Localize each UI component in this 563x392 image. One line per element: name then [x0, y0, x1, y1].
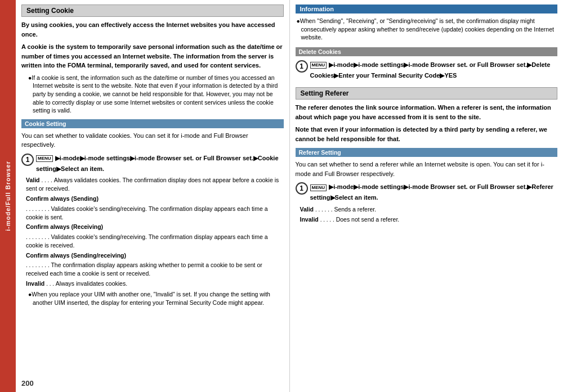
def-confirm-receiving: Confirm always (Receiving): [26, 223, 284, 231]
referer-def-invalid: Invalid . . . . . Does not send a refere…: [300, 215, 558, 224]
intro-bold-1: By using cookies, you can effectively ac…: [21, 20, 284, 39]
referer-intro-2: Note that even if your information is de…: [296, 125, 558, 143]
referer-def-valid: Valid . . . . . . Sends a referer.: [300, 205, 558, 214]
referer-step-1: 1 MENU ▶i-mode▶i-mode settings▶i-mode Br…: [296, 182, 558, 202]
step-1-content: MENU ▶i-mode▶i-mode settings▶i-mode Brow…: [36, 153, 284, 174]
referer-setting-subheader: Referer Setting: [296, 148, 558, 157]
step-1-text: ▶i-mode▶i-mode settings▶i-mode Browser s…: [36, 155, 279, 172]
delete-step-content: MENU ▶i-mode▶i-mode settings▶i-mode Brow…: [310, 60, 558, 80]
main-content: Setting Cookie By using cookies, you can…: [16, 0, 563, 392]
delete-step-text: ▶i-mode▶i-mode settings▶i-mode Browser s…: [310, 61, 551, 79]
referer-step-text: ▶i-mode▶i-mode settings▶i-mode Browser s…: [310, 183, 553, 201]
def-valid: Valid . . . . Always validates cookies. …: [26, 176, 284, 193]
delete-step-number: 1: [296, 60, 308, 73]
referer-step-content: MENU ▶i-mode▶i-mode settings▶i-mode Brow…: [310, 182, 558, 202]
cookie-bullet-2: ●When you replace your UIM with another …: [28, 290, 284, 307]
def-confirm-sending-receiving-text: . . . . . . . . The confirmation display…: [26, 261, 284, 278]
info-bullet: ●When "Sending", "Receiving", or "Sendin…: [296, 17, 558, 42]
referer-intro-1: The referer denotes the link source info…: [296, 103, 558, 121]
def-confirm-sending-text: . . . . . . . . Validates cookie's sendi…: [26, 205, 284, 222]
step-number-1: 1: [21, 154, 34, 166]
referer-sub-intro: You can set whether to send a referer wh…: [296, 160, 558, 178]
step-1: 1 MENU ▶i-mode▶i-mode settings▶i-mode Br…: [21, 153, 284, 174]
sidebar-label: i-mode/Full Browser: [5, 161, 11, 231]
cookie-setting-subheader: Cookie Setting: [21, 119, 284, 128]
delete-step-1: 1 MENU ▶i-mode▶i-mode settings▶i-mode Br…: [296, 60, 558, 80]
def-confirm-receiving-text: . . . . . . . . Validates cookie's sendi…: [26, 233, 284, 250]
delete-menu-icon: MENU: [310, 62, 327, 69]
right-column: Information ●When "Sending", "Receiving"…: [290, 0, 564, 392]
referer-step-number: 1: [296, 182, 308, 195]
referer-menu-icon: MENU: [310, 184, 327, 191]
cookie-sub-intro: You can set whether to validate cookies.…: [21, 131, 284, 150]
information-header: Information: [296, 4, 558, 13]
def-confirm-sending-receiving: Confirm always (Sending/receiving): [26, 251, 284, 260]
delete-cookies-header: Delete Cookies: [296, 47, 558, 56]
def-confirm-sending: Confirm always (Sending): [26, 195, 284, 203]
page-number: 200: [21, 379, 34, 388]
setting-cookie-header: Setting Cookie: [21, 4, 284, 17]
intro-bold-2: A cookie is the system to temporarily sa…: [21, 42, 284, 70]
sidebar: i-mode/Full Browser: [0, 0, 16, 392]
def-invalid: Invalid . . . Always invalidates cookies…: [26, 280, 284, 288]
left-column: Setting Cookie By using cookies, you can…: [16, 0, 290, 392]
menu-icon: MENU: [36, 155, 53, 162]
definition-list: Valid . . . . Always validates cookies. …: [26, 176, 284, 288]
setting-referer-header: Setting Referer: [296, 87, 558, 100]
referer-definition-list: Valid . . . . . . Sends a referer. Inval…: [300, 205, 558, 224]
cookie-bullet-1: ●If a cookie is sent, the information su…: [28, 74, 284, 115]
